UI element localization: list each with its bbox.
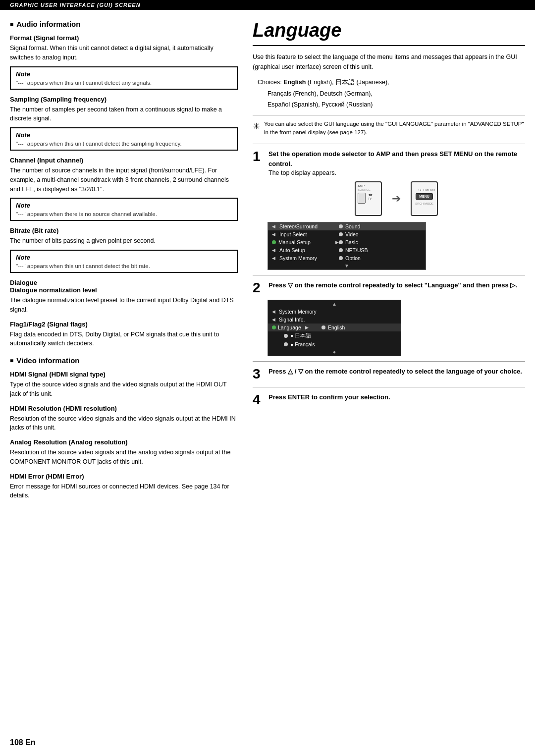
menu2-japanese-indent: ● 日本語 xyxy=(272,332,311,339)
step4-row: 4 Press ENTER to confirm your selection. xyxy=(253,392,525,408)
menu-right-netusb: NET/USB xyxy=(339,247,422,253)
menu-netusb-label: NET/USB xyxy=(345,247,368,253)
bullet-netusb xyxy=(339,248,343,252)
menu2-scroll-up: ▲ xyxy=(268,300,401,308)
choice-french-german: Français (French), Deutsch (German), xyxy=(268,90,373,97)
choices-label: Choices: xyxy=(258,79,282,86)
menu2-bullet-lang xyxy=(272,325,276,329)
menu2-siginfo-label: Signal Info. xyxy=(279,317,305,323)
bullet-option xyxy=(339,256,343,260)
flag-heading: Flag1/Flag2 (Signal flags) xyxy=(10,321,238,328)
note4-title: Note xyxy=(16,254,232,261)
remote-body-menu: SET MENU MENU SRCH MODE xyxy=(411,181,438,216)
analog-res-heading: Analog Resolution (Analog resolution) xyxy=(10,438,238,446)
choices-block: Choices: English (English), 日本語 (Japanes… xyxy=(258,77,525,110)
step4-section: 4 Press ENTER to confirm your selection. xyxy=(253,387,525,408)
choice-spanish-russian: Español (Spanish), Русский (Russian) xyxy=(268,101,373,108)
bullet-manual xyxy=(272,240,276,244)
menu2-right-english: English xyxy=(321,324,397,330)
note-box-1: Note "---" appears when this unit cannot… xyxy=(10,66,238,90)
remote-selector-knob xyxy=(358,193,366,204)
step1-row: 1 Set the operation mode selector to AMP… xyxy=(253,149,525,176)
menu2-fr-label: ● Français xyxy=(290,341,315,347)
menu-sysmem-label: System Memory xyxy=(279,255,317,261)
menu-left-auto: ◀ Auto Setup xyxy=(272,247,339,253)
step2-number: 2 xyxy=(253,280,264,296)
menu-auto-label: Auto Setup xyxy=(279,247,305,253)
menu-left-manual: Manual Setup ▶ xyxy=(272,239,339,245)
top-bar: GRAPHIC USER INTERFACE (GUI) SCREEN xyxy=(0,0,535,10)
hdmi-res-heading: HDMI Resolution (HDMI resolution) xyxy=(10,405,238,412)
audio-info-title: Audio information xyxy=(10,20,238,28)
channel-heading: Channel (Input channel) xyxy=(10,157,238,164)
remote-selector-group: ◀▶ TV xyxy=(358,193,379,204)
step4-content: Press ENTER to confirm your selection. xyxy=(268,392,390,408)
bullet-sound xyxy=(339,224,343,228)
remote-amp-label: AMP xyxy=(358,184,379,188)
menu-sound-label: Sound xyxy=(345,223,360,229)
step1-sub: The top display appears. xyxy=(268,169,525,176)
top-bar-label: GRAPHIC USER INTERFACE (GUI) SCREEN xyxy=(10,2,141,8)
hdmi-sig-text: Type of the source video signals and the… xyxy=(10,380,238,399)
note2-title: Note xyxy=(16,131,232,139)
choice-english-bold: English xyxy=(283,79,306,86)
step3-text: Press △ / ▽ on the remote control repeat… xyxy=(268,367,522,377)
menu-left-stereo: ◀ Stereo/Surround xyxy=(272,223,339,229)
note2-text: "---" appears when this unit cannot dete… xyxy=(16,141,232,147)
note-box-4: Note "---" appears when this unit cannot… xyxy=(10,250,238,273)
flag-text: Flag data encoded in DTS, Dolby Digital,… xyxy=(10,330,238,349)
remote-labels: ◀▶ TV xyxy=(368,193,373,204)
menu2-bullet-english xyxy=(321,325,325,329)
analog-res-text: Resolution of the source video signals a… xyxy=(10,448,238,467)
page-number: 108 En xyxy=(10,738,36,747)
menu2-left-sysmem: ◀ System Memory xyxy=(272,309,321,315)
menu2-lang-arrow: ▶ xyxy=(305,325,309,330)
menu-option-label: Option xyxy=(345,255,361,261)
menu2-row-siginfo: ◀ Signal Info. xyxy=(268,316,401,324)
bullet-video xyxy=(339,232,343,236)
menu2-bullet-fr xyxy=(284,342,288,346)
step3-row: 3 Press △ / ▽ on the remote control repe… xyxy=(253,367,525,382)
note4-text: "---" appears when this unit cannot dete… xyxy=(16,263,232,269)
menu-arrow-input: ◀ xyxy=(272,232,275,237)
menu2-sysmem-label: System Memory xyxy=(279,309,317,315)
menu2-row-francais: ● Français xyxy=(268,340,401,348)
menu-arrow-sysmem: ◀ xyxy=(272,256,275,261)
menu2-left-lang: Language ▶ xyxy=(272,324,321,330)
menu2-jp-label: ● 日本語 xyxy=(290,332,311,339)
arrow-right-icon: ➔ xyxy=(392,192,401,205)
menu-display-2: ▲ ◀ System Memory ◀ Signal Info. xyxy=(268,300,401,356)
remote-device-right: SET MENU MENU SRCH MODE xyxy=(411,181,438,216)
step4-number: 4 xyxy=(253,392,264,408)
menu-manual-label: Manual Setup xyxy=(278,239,311,245)
remote-source-label: SOURCE xyxy=(358,188,379,191)
remote-body-amp: AMP SOURCE ◀▶ TV xyxy=(355,181,382,216)
remote-srch-label: SRCH MODE xyxy=(415,202,433,205)
menu2-english-label: English xyxy=(328,324,345,330)
menu-input-label: Input Select xyxy=(279,231,307,237)
sampling-heading: Sampling (Sampling frequency) xyxy=(10,96,238,103)
menu-arrow-stereo: ◀ xyxy=(272,224,275,229)
remote-menu-btn: MENU xyxy=(416,193,433,200)
right-column: Language Use this feature to select the … xyxy=(253,20,525,503)
note-box-3: Note "---" appears when there is no sour… xyxy=(10,198,238,221)
bullet-basic xyxy=(339,240,343,244)
video-info-title: Video information xyxy=(10,356,238,365)
menu-row-manual: Manual Setup ▶ Basic xyxy=(268,238,426,246)
menu-row-input: ◀ Input Select Video xyxy=(268,230,426,238)
remote-device-left: AMP SOURCE ◀▶ TV xyxy=(355,181,382,216)
format-text: Signal format. When this unit cannot det… xyxy=(10,44,238,62)
bitrate-heading: Bitrate (Bit rate) xyxy=(10,227,238,234)
page: GRAPHIC USER INTERFACE (GUI) SCREEN Audi… xyxy=(0,0,535,756)
note1-title: Note xyxy=(16,70,232,78)
note-box-2: Note "---" appears when this unit cannot… xyxy=(10,127,238,151)
language-page-title: Language xyxy=(253,20,525,46)
remote-setmenu-label: SET MENU xyxy=(419,188,435,192)
step3-content: Press △ / ▽ on the remote control repeat… xyxy=(268,367,522,382)
format-heading: Format (Signal format) xyxy=(10,34,238,42)
menu-right-sound: Sound xyxy=(339,223,422,229)
step1-number: 1 xyxy=(253,149,264,176)
menu-basic-label: Basic xyxy=(345,239,358,245)
menu-row-sysmem: ◀ System Memory Option xyxy=(268,254,426,262)
menu-row-stereo: ◀ Stereo/Surround Sound xyxy=(268,222,426,230)
